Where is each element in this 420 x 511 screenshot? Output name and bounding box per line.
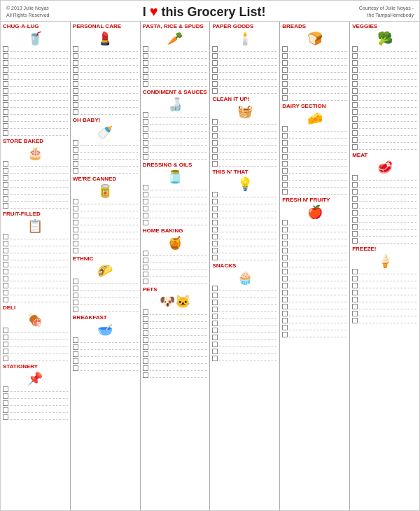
- checkbox[interactable]: [143, 316, 148, 322]
- checkbox[interactable]: [212, 81, 218, 87]
- checkbox[interactable]: [143, 206, 148, 211]
- checkbox[interactable]: [3, 283, 8, 288]
- checkbox[interactable]: [282, 154, 288, 160]
- checkbox[interactable]: [3, 182, 8, 188]
- checkbox[interactable]: [73, 161, 78, 167]
- checkbox[interactable]: [352, 102, 358, 108]
- checkbox[interactable]: [282, 283, 288, 288]
- checkbox[interactable]: [143, 133, 148, 139]
- checkbox[interactable]: [73, 147, 78, 153]
- checkbox[interactable]: [73, 213, 78, 218]
- checkbox[interactable]: [212, 227, 218, 232]
- checkbox[interactable]: [3, 109, 8, 115]
- checkbox[interactable]: [282, 46, 288, 52]
- checkbox[interactable]: [3, 161, 8, 167]
- checkbox[interactable]: [282, 227, 288, 232]
- checkbox[interactable]: [282, 182, 288, 188]
- checkbox[interactable]: [212, 356, 218, 361]
- checkbox[interactable]: [143, 154, 148, 160]
- checkbox[interactable]: [352, 144, 358, 150]
- checkbox[interactable]: [3, 269, 8, 274]
- checkbox[interactable]: [3, 116, 8, 122]
- checkbox[interactable]: [3, 349, 8, 354]
- checkbox[interactable]: [282, 262, 288, 267]
- checkbox[interactable]: [3, 189, 8, 195]
- checkbox[interactable]: [212, 140, 218, 146]
- checkbox[interactable]: [143, 140, 148, 146]
- checkbox[interactable]: [212, 328, 218, 333]
- checkbox[interactable]: [143, 185, 148, 190]
- checkbox[interactable]: [143, 147, 148, 153]
- checkbox[interactable]: [352, 81, 358, 87]
- checkbox[interactable]: [143, 220, 148, 225]
- checkbox[interactable]: [352, 137, 358, 143]
- checkbox[interactable]: [352, 311, 358, 316]
- checkbox[interactable]: [212, 286, 218, 291]
- checkbox[interactable]: [143, 344, 148, 350]
- checkbox[interactable]: [143, 53, 148, 59]
- checkbox[interactable]: [3, 328, 8, 333]
- checkbox[interactable]: [73, 358, 78, 364]
- checkbox[interactable]: [73, 154, 78, 160]
- checkbox[interactable]: [73, 140, 78, 146]
- checkbox[interactable]: [143, 309, 148, 315]
- checkbox[interactable]: [3, 335, 8, 340]
- checkbox[interactable]: [73, 81, 78, 87]
- checkbox[interactable]: [3, 393, 8, 399]
- checkbox[interactable]: [3, 297, 8, 302]
- checkbox[interactable]: [3, 407, 8, 413]
- checkbox[interactable]: [212, 133, 218, 139]
- checkbox[interactable]: [282, 175, 288, 181]
- checkbox[interactable]: [3, 67, 8, 73]
- checkbox[interactable]: [282, 133, 288, 139]
- checkbox[interactable]: [212, 119, 218, 125]
- checkbox[interactable]: [352, 238, 358, 244]
- checkbox[interactable]: [143, 358, 148, 364]
- checkbox[interactable]: [212, 53, 218, 59]
- checkbox[interactable]: [212, 300, 218, 305]
- checkbox[interactable]: [352, 276, 358, 281]
- checkbox[interactable]: [143, 258, 148, 263]
- checkbox[interactable]: [73, 168, 78, 174]
- checkbox[interactable]: [212, 335, 218, 340]
- checkbox[interactable]: [3, 386, 8, 392]
- checkbox[interactable]: [282, 189, 288, 195]
- checkbox[interactable]: [143, 67, 148, 73]
- checkbox[interactable]: [212, 321, 218, 326]
- checkbox[interactable]: [3, 241, 8, 246]
- checkbox[interactable]: [352, 109, 358, 115]
- checkbox[interactable]: [73, 199, 78, 204]
- checkbox[interactable]: [212, 199, 218, 204]
- checkbox[interactable]: [282, 53, 288, 59]
- checkbox[interactable]: [212, 255, 218, 260]
- checkbox[interactable]: [282, 168, 288, 174]
- checkbox[interactable]: [352, 175, 358, 181]
- checkbox[interactable]: [282, 241, 288, 246]
- checkbox[interactable]: [73, 307, 78, 312]
- checkbox[interactable]: [352, 60, 358, 66]
- checkbox[interactable]: [143, 60, 148, 66]
- checkbox[interactable]: [143, 199, 148, 204]
- checkbox[interactable]: [3, 203, 8, 209]
- checkbox[interactable]: [143, 126, 148, 132]
- checkbox[interactable]: [212, 67, 218, 73]
- checkbox[interactable]: [143, 351, 148, 357]
- checkbox[interactable]: [282, 248, 288, 253]
- checkbox[interactable]: [3, 276, 8, 281]
- checkbox[interactable]: [73, 46, 78, 52]
- checkbox[interactable]: [143, 372, 148, 378]
- checkbox[interactable]: [212, 147, 218, 153]
- checkbox[interactable]: [3, 53, 8, 59]
- checkbox[interactable]: [73, 279, 78, 284]
- checkbox[interactable]: [212, 213, 218, 218]
- checkbox[interactable]: [282, 304, 288, 309]
- checkbox[interactable]: [3, 95, 8, 101]
- checkbox[interactable]: [282, 297, 288, 302]
- checkbox[interactable]: [212, 206, 218, 211]
- checkbox[interactable]: [212, 126, 218, 132]
- checkbox[interactable]: [352, 217, 358, 223]
- checkbox[interactable]: [73, 109, 78, 115]
- checkbox[interactable]: [73, 67, 78, 73]
- checkbox[interactable]: [3, 255, 8, 260]
- checkbox[interactable]: [212, 234, 218, 239]
